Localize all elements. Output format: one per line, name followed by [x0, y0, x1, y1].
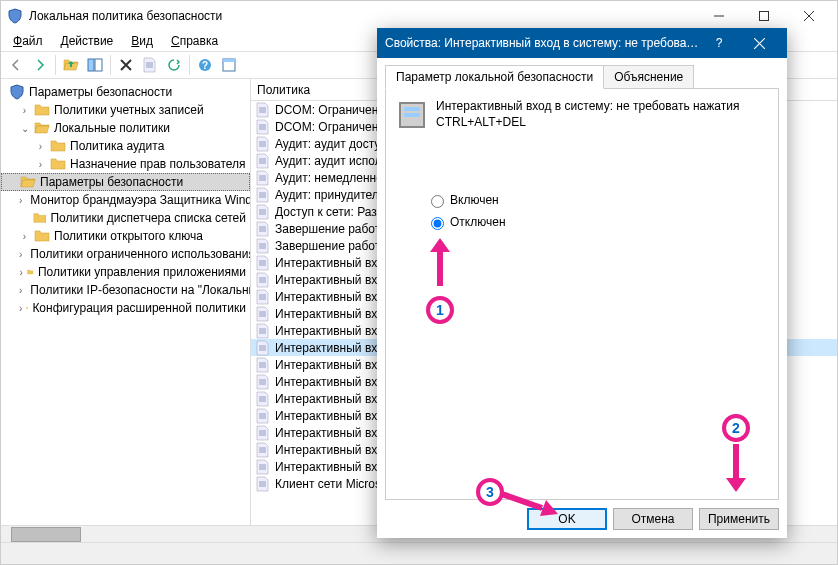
policy-icon	[255, 221, 271, 237]
tree-item-local-policies[interactable]: ⌄Локальные политики	[1, 119, 250, 137]
tree-subitem[interactable]: ›Политика аудита	[1, 137, 250, 155]
radio-disabled[interactable]: Отключен	[426, 211, 768, 233]
policy-icon	[255, 119, 271, 135]
tree-item[interactable]: ›Политики ограниченного использования	[1, 245, 250, 263]
shield-icon	[9, 84, 25, 100]
maximize-button[interactable]	[741, 2, 786, 30]
show-hide-button[interactable]	[84, 54, 106, 76]
tab-security-setting[interactable]: Параметр локальной безопасности	[385, 65, 604, 89]
folder-icon	[33, 210, 47, 226]
menu-file[interactable]: Файл	[5, 32, 51, 50]
ok-button[interactable]: OK	[527, 508, 607, 530]
server-icon	[396, 99, 428, 131]
tree-item[interactable]: Политики диспетчера списка сетей	[1, 209, 250, 227]
dialog-titlebar[interactable]: Свойства: Интерактивный вход в систему: …	[377, 28, 787, 58]
folder-icon	[50, 156, 66, 172]
policy-description: Интерактивный вход в систему: не требова…	[436, 99, 768, 131]
policy-icon	[255, 340, 271, 356]
tab-explain[interactable]: Объяснение	[603, 65, 694, 89]
dialog-title: Свойства: Интерактивный вход в систему: …	[385, 36, 699, 50]
back-button[interactable]	[5, 54, 27, 76]
folder-icon	[27, 264, 33, 280]
properties-button[interactable]	[139, 54, 161, 76]
svg-rect-3	[759, 12, 768, 21]
titlebar: Локальная политика безопасности	[1, 1, 837, 31]
dialog-close-button[interactable]	[739, 28, 779, 58]
policy-icon	[255, 153, 271, 169]
menu-help[interactable]: Справка	[163, 32, 226, 50]
svg-text:?: ?	[202, 60, 208, 71]
folder-open-icon	[20, 174, 36, 190]
policy-icon	[255, 289, 271, 305]
policy-icon	[255, 425, 271, 441]
folder-icon	[34, 102, 50, 118]
policy-icon	[255, 374, 271, 390]
policy-icon	[255, 323, 271, 339]
window-title: Локальная политика безопасности	[29, 9, 696, 23]
statusbar	[1, 542, 837, 564]
policy-icon	[255, 187, 271, 203]
apply-button[interactable]: Применить	[699, 508, 779, 530]
policy-icon	[255, 238, 271, 254]
policy-icon	[255, 459, 271, 475]
tab-content: Интерактивный вход в систему: не требова…	[385, 88, 779, 500]
policy-icon	[255, 272, 271, 288]
svg-rect-4	[88, 59, 94, 71]
properties-dialog: Свойства: Интерактивный вход в систему: …	[377, 28, 787, 538]
policy-icon	[255, 170, 271, 186]
dialog-help-button[interactable]: ?	[699, 28, 739, 58]
policy-icon	[255, 136, 271, 152]
policy-icon	[255, 442, 271, 458]
folder-open-icon	[34, 120, 50, 136]
tree-item[interactable]: ›Политики управления приложениями	[1, 263, 250, 281]
delete-button[interactable]	[115, 54, 137, 76]
cancel-button[interactable]: Отмена	[613, 508, 693, 530]
policy-icon	[255, 306, 271, 322]
up-button[interactable]	[60, 54, 82, 76]
menu-view[interactable]: Вид	[123, 32, 161, 50]
tree-hscrollbar[interactable]	[1, 525, 251, 542]
svg-text:?: ?	[716, 37, 723, 49]
policy-icon	[255, 476, 271, 492]
policy-icon	[255, 357, 271, 373]
app-icon	[7, 8, 23, 24]
folder-icon	[50, 138, 66, 154]
policy-icon	[255, 102, 271, 118]
dialog-button-row: OK Отмена Применить	[385, 500, 779, 530]
close-button[interactable]	[786, 2, 831, 30]
radio-enabled[interactable]: Включен	[426, 189, 768, 211]
policy-icon	[255, 204, 271, 220]
radio-disabled-input[interactable]	[431, 217, 444, 230]
refresh-button[interactable]	[163, 54, 185, 76]
tree-subitem-security-options[interactable]: Параметры безопасности	[1, 173, 250, 191]
export-button[interactable]	[218, 54, 240, 76]
forward-button[interactable]	[29, 54, 51, 76]
tree-item[interactable]: ›Монитор брандмауэра Защитника Windows	[1, 191, 250, 209]
tree-item[interactable]: ›Политики открытого ключа	[1, 227, 250, 245]
svg-rect-5	[95, 59, 102, 71]
radio-enabled-input[interactable]	[431, 195, 444, 208]
folder-icon	[26, 300, 28, 316]
minimize-button[interactable]	[696, 2, 741, 30]
tree-item[interactable]: ›Политики IP-безопасности на "Локальный …	[1, 281, 250, 299]
folder-icon	[34, 228, 50, 244]
svg-rect-9	[223, 59, 235, 62]
policy-icon	[255, 391, 271, 407]
policy-icon	[255, 408, 271, 424]
policy-icon	[255, 255, 271, 271]
tree-root[interactable]: Параметры безопасности	[1, 83, 250, 101]
tree-subitem[interactable]: ›Назначение прав пользователя	[1, 155, 250, 173]
help-button[interactable]: ?	[194, 54, 216, 76]
tree-root-label: Параметры безопасности	[29, 85, 172, 99]
menu-action[interactable]: Действие	[53, 32, 122, 50]
tree-item[interactable]: ›Политики учетных записей	[1, 101, 250, 119]
dialog-tabs: Параметр локальной безопасности Объяснен…	[385, 65, 779, 89]
tree-pane[interactable]: Параметры безопасности ›Политики учетных…	[1, 79, 251, 525]
tree-item[interactable]: ›Конфигурация расширенной политики	[1, 299, 250, 317]
